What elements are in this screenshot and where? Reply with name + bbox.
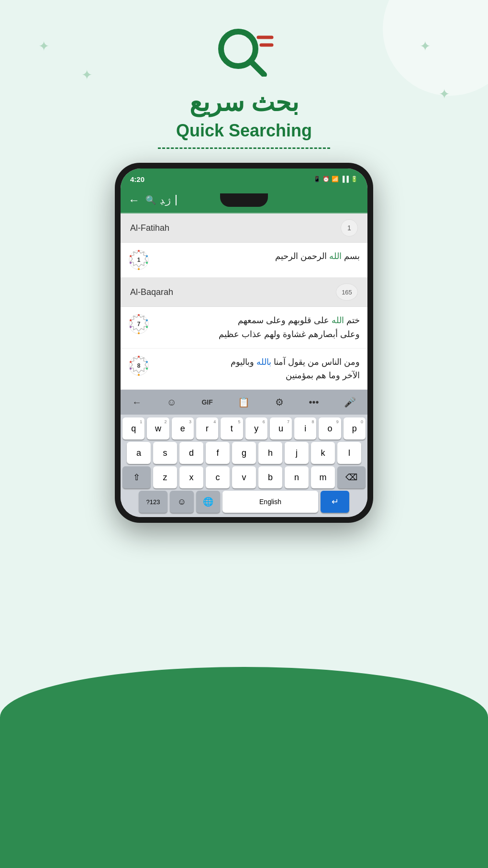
key-space[interactable]: English [222, 491, 318, 513]
key-n[interactable]: n [285, 466, 309, 488]
sim-icon: 📱 [313, 176, 321, 182]
search-icon-container [211, 24, 277, 79]
key-123[interactable]: ?123 [139, 491, 167, 513]
svg-point-15 [146, 319, 148, 321]
key-f[interactable]: f [206, 442, 230, 464]
section-header-baqarah[interactable]: Al-Baqarah 165 [121, 278, 367, 307]
key-o[interactable]: 9o [319, 417, 341, 440]
verse-text-8: ومن الناس من يقول آمنا بالله وباليوم الآ… [155, 355, 360, 383]
svg-point-26 [130, 368, 132, 370]
svg-point-19 [130, 319, 132, 321]
svg-point-23 [146, 361, 148, 363]
svg-point-9 [138, 268, 140, 270]
keyboard-gif-btn[interactable]: GIF [198, 396, 216, 408]
key-g[interactable]: g [232, 442, 256, 464]
verse-item-7[interactable]: 7 ختم الله على قلوبهم وعلى سمعهم وعلى أب… [121, 307, 367, 349]
status-time: 4:20 [130, 175, 144, 183]
key-s[interactable]: s [153, 442, 177, 464]
key-enter[interactable]: ↵ [321, 491, 349, 513]
svg-point-7 [146, 255, 148, 257]
signal-icon: ▐▐ [341, 176, 349, 182]
key-w[interactable]: 2w [147, 417, 169, 440]
section-title-fatihah: Al-Fatihah [130, 223, 169, 233]
keyboard-row-3: ⇧ z x c v b n m ⌫ [122, 466, 366, 488]
svg-point-16 [146, 326, 148, 328]
key-c[interactable]: c [206, 466, 230, 488]
key-i[interactable]: 8i [294, 417, 316, 440]
verse-item-8[interactable]: 8 ومن الناس من يقول آمنا بالله وباليوم ا… [121, 349, 367, 390]
svg-point-24 [146, 368, 148, 370]
allah-highlight-8: بالله [256, 357, 271, 367]
key-m[interactable]: m [311, 466, 335, 488]
key-k[interactable]: k [311, 442, 335, 464]
keyboard-more-btn[interactable]: ••• [305, 395, 322, 410]
wifi-icon: 📶 [332, 176, 339, 182]
background-wave [0, 667, 488, 868]
keyboard-mic-btn[interactable]: 🎤 [340, 395, 360, 410]
svg-point-25 [138, 374, 140, 376]
key-y[interactable]: 6y [245, 417, 267, 440]
keyboard-back-btn[interactable]: ← [128, 395, 145, 410]
section-title-baqarah: Al-Baqarah [130, 287, 173, 297]
keyboard-row-4: ?123 ☺ 🌐 English ↵ [122, 491, 366, 513]
keyboard-settings-btn[interactable]: ⚙ [271, 395, 288, 410]
key-a[interactable]: a [127, 442, 151, 464]
verse-number-1: 1 [137, 257, 141, 263]
status-bar: 4:20 📱 ⏰ 📶 ▐▐ 🔋 [121, 169, 367, 188]
divider-line [158, 147, 330, 149]
svg-point-18 [130, 326, 132, 328]
back-button[interactable]: ← [128, 193, 140, 207]
section-count-fatihah: 1 [341, 219, 358, 237]
allah-highlight-7: الله [332, 316, 344, 325]
keyboard-area: ← ☺ GIF 📋 ⚙ ••• 🎤 1q 2w 3e 4r [121, 390, 367, 517]
verse-text-7: ختم الله على قلوبهم وعلى سمعهم وعلى أبصا… [155, 314, 360, 341]
keyboard-row-1: 1q 2w 3e 4r 5t 6y 7u 8i 9o 0p [122, 417, 366, 440]
status-icons: 📱 ⏰ 📶 ▐▐ 🔋 [313, 176, 358, 182]
text-cursor [176, 195, 177, 205]
key-h[interactable]: h [258, 442, 282, 464]
header-area: بحث سريع Quick Searching [0, 24, 488, 149]
verse-item-1[interactable]: 1 بسم الله الرحمن الرحيم [121, 243, 367, 278]
key-emoji[interactable]: ☺ [170, 491, 194, 513]
key-delete[interactable]: ⌫ [337, 466, 366, 488]
key-j[interactable]: j [285, 442, 309, 464]
key-d[interactable]: d [179, 442, 203, 464]
key-u[interactable]: 7u [270, 417, 292, 440]
key-b[interactable]: b [258, 466, 282, 488]
results-list: Al-Fatihah 1 [121, 214, 367, 390]
verse-badge-1: 1 [128, 249, 149, 271]
key-l[interactable]: l [337, 442, 361, 464]
search-query-text: ﮊﮃ [160, 194, 171, 206]
keyboard-clipboard-btn[interactable]: 📋 [234, 395, 254, 410]
key-globe[interactable]: 🌐 [196, 491, 220, 513]
verse-number-7: 7 [137, 321, 141, 327]
key-shift[interactable]: ⇧ [122, 466, 151, 488]
alarm-icon: ⏰ [322, 176, 330, 182]
key-z[interactable]: z [153, 466, 177, 488]
section-header-fatihah[interactable]: Al-Fatihah 1 [121, 214, 367, 243]
section-count-baqarah: 165 [336, 283, 358, 301]
english-title: Quick Searching [176, 121, 312, 141]
arabic-title: بحث سريع [189, 88, 299, 117]
battery-icon: 🔋 [351, 176, 358, 182]
key-v[interactable]: v [232, 466, 256, 488]
key-q[interactable]: 1q [122, 417, 144, 440]
verse-number-8: 8 [137, 362, 141, 369]
key-p[interactable]: 0p [344, 417, 366, 440]
phone-mockup: 4:20 📱 ⏰ 📶 ▐▐ 🔋 ← 🔍 ﮊﮃ [115, 163, 373, 523]
search-mag-icon: 🔍 [145, 195, 156, 205]
svg-point-10 [130, 262, 132, 264]
svg-point-17 [138, 332, 140, 334]
svg-point-8 [146, 262, 148, 264]
svg-point-22 [138, 356, 140, 358]
keyboard-rows: 1q 2w 3e 4r 5t 6y 7u 8i 9o 0p a s [121, 415, 367, 517]
keyboard-row-2: a s d f g h j k l [122, 442, 366, 464]
search-icon [211, 24, 277, 77]
key-t[interactable]: 5t [221, 417, 243, 440]
key-r[interactable]: 4r [196, 417, 218, 440]
key-e[interactable]: 3e [172, 417, 194, 440]
keyboard-emoji-btn[interactable]: ☺ [163, 395, 180, 410]
svg-line-1 [251, 61, 264, 75]
key-x[interactable]: x [179, 466, 203, 488]
keyboard-toolbar: ← ☺ GIF 📋 ⚙ ••• 🎤 [121, 390, 367, 415]
